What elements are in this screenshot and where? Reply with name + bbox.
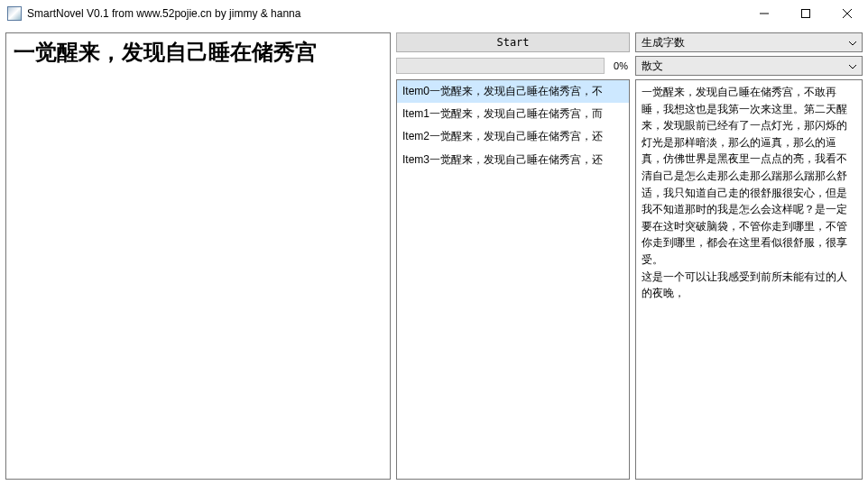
minimize-button[interactable] <box>743 0 785 27</box>
right-panel: Start 生成字数 0% 散文 Item0一觉醒来，发现自己睡在储秀宫，不I <box>396 32 863 480</box>
progress-bar <box>396 58 605 74</box>
style-select[interactable]: 散文 <box>635 56 863 76</box>
progress-row: 0% 散文 <box>396 56 863 76</box>
content-area: 一觉醒来，发现自己睡在储秀宫 Start 生成字数 0% 散文 <box>0 27 868 485</box>
list-item[interactable]: Item1一觉醒来，发现自己睡在储秀宫，而 <box>397 103 629 125</box>
results-listbox[interactable]: Item0一觉醒来，发现自己睡在储秀宫，不Item1一觉醒来，发现自己睡在储秀宫… <box>396 79 630 480</box>
app-icon <box>7 6 22 21</box>
titlebar: SmartNovel V0.1 from www.52pojie.cn by j… <box>0 0 868 27</box>
close-button[interactable] <box>826 0 868 27</box>
list-item[interactable]: Item0一觉醒来，发现自己睡在储秀宫，不 <box>397 80 629 103</box>
start-button[interactable]: Start <box>396 32 630 52</box>
count-select-value: 生成字数 <box>642 35 685 50</box>
count-select[interactable]: 生成字数 <box>635 32 863 52</box>
progress-percent: 0% <box>608 60 628 71</box>
svg-rect-1 <box>802 10 810 18</box>
chevron-down-icon <box>849 59 856 72</box>
maximize-button[interactable] <box>785 0 826 27</box>
list-item[interactable]: Item2一觉醒来，发现自己睡在储秀宫，还 <box>397 125 629 148</box>
input-text-area[interactable]: 一觉醒来，发现自己睡在储秀宫 <box>5 32 391 480</box>
output-text-area[interactable]: 一觉醒来，发现自己睡在储秀宫，不敢再睡，我想这也是我第一次来这里。第二天醒来，发… <box>635 79 863 480</box>
chevron-down-icon <box>849 36 856 49</box>
top-controls-row: Start 生成字数 <box>396 32 863 52</box>
window-controls <box>743 0 868 27</box>
window-title: SmartNovel V0.1 from www.52pojie.cn by j… <box>27 7 300 20</box>
bottom-row: Item0一觉醒来，发现自己睡在储秀宫，不Item1一觉醒来，发现自己睡在储秀宫… <box>396 79 863 480</box>
list-item[interactable]: Item3一觉醒来，发现自己睡在储秀宫，还 <box>397 149 629 171</box>
style-select-value: 散文 <box>642 59 663 74</box>
